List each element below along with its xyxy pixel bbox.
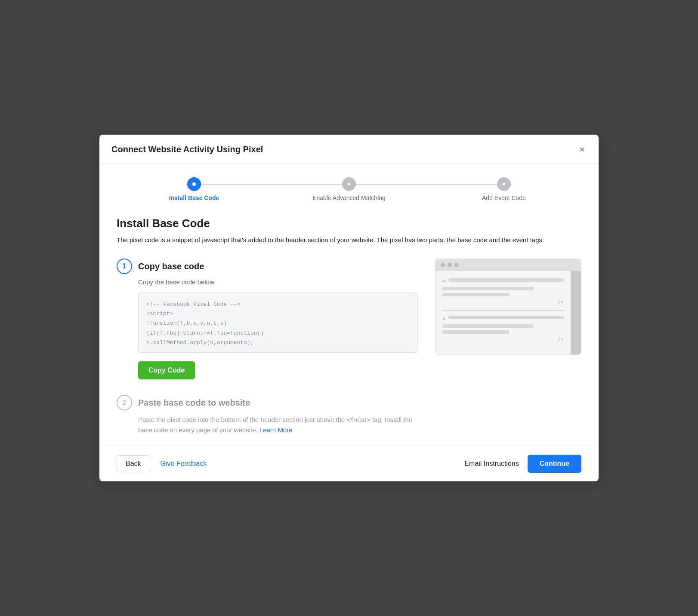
modal-title: Connect Website Activity Using Pixel: [111, 145, 263, 154]
step-circle-3: [497, 177, 511, 191]
step2-heading: Paste base code to website: [138, 398, 250, 408]
svg-point-1: [192, 182, 196, 186]
code-snippet: <!-- Facebook Pixel Code --> <script> !f…: [138, 293, 418, 353]
illus-section-2: < />: [442, 315, 564, 342]
modal-body: Install Base Code Enable Advanced Matchi…: [99, 163, 599, 446]
step2-header-row: 2 Paste base code to website: [117, 395, 418, 410]
back-button[interactable]: Back: [117, 455, 150, 472]
illus-main: < /> <: [435, 271, 571, 354]
code-line-1: <!-- Facebook Pixel Code -->: [146, 300, 410, 309]
step-circle-1: [187, 177, 201, 191]
step1-check-icon: [191, 181, 198, 188]
code-line-4: {if(f.fbq)return;n=f.fbq=function(): [146, 329, 410, 338]
step-right-column: < /> <: [435, 259, 581, 355]
step2-number: 2: [117, 395, 132, 410]
illus-dot-2: [448, 263, 452, 267]
copy-code-button[interactable]: Copy Code: [138, 361, 195, 379]
illus-tag-2: />: [442, 336, 564, 342]
svg-point-3: [348, 183, 350, 185]
code-line-3: !function(f,b,e,v,n,t,s): [146, 319, 410, 328]
illus-dot-3: [454, 263, 459, 267]
step3-dot-icon: [500, 181, 507, 188]
steps-row: 1 Copy base code Copy the base code belo…: [117, 259, 581, 435]
email-instructions-button[interactable]: Email Instructions: [464, 460, 519, 468]
footer-right: Email Instructions Continue: [464, 455, 581, 473]
step-left-column: 1 Copy base code Copy the base code belo…: [117, 259, 418, 435]
modal-overlay: Connect Website Activity Using Pixel × I…: [0, 0, 698, 616]
illus-sidebar: [571, 271, 581, 354]
code-line-5: n.callMethod.apply(n,arguments);: [146, 338, 410, 348]
step-item-2: Enable Advanced Matching: [272, 177, 426, 201]
close-button[interactable]: ×: [578, 143, 587, 156]
stepper: Install Base Code Enable Advanced Matchi…: [117, 177, 581, 201]
step-label-2: Enable Advanced Matching: [312, 194, 386, 201]
svg-point-5: [503, 183, 505, 185]
give-feedback-button[interactable]: Give Feedback: [161, 460, 207, 468]
modal-header: Connect Website Activity Using Pixel ×: [99, 135, 599, 163]
step1-block: 1 Copy base code Copy the base code belo…: [117, 259, 418, 379]
illus-section-1: < />: [442, 278, 564, 305]
illus-dot-1: [441, 263, 445, 267]
illus-line-4: [448, 316, 564, 319]
step2-desc: Paste the pixel code into the bottom of …: [138, 415, 418, 435]
code-line-2: <script>: [146, 309, 410, 319]
section-desc: The pixel code is a snippet of javascrip…: [117, 235, 581, 245]
code-illustration: < /> <: [435, 259, 581, 355]
step-label-1: Install Base Code: [169, 194, 219, 201]
illus-body: < /> <: [435, 271, 581, 354]
illus-divider: [442, 310, 564, 311]
illus-line-5: [442, 324, 534, 328]
illus-line-3: [442, 293, 509, 296]
modal-footer: Back Give Feedback Email Instructions Co…: [99, 446, 599, 481]
step-item-1: Install Base Code: [117, 177, 272, 201]
step1-sub: Copy the base code below.: [138, 278, 418, 286]
illus-titlebar: [435, 259, 581, 271]
illus-line-1: [448, 278, 564, 282]
step-label-3: Add Event Code: [482, 194, 526, 201]
step1-heading: Copy base code: [138, 262, 204, 271]
illus-tag-1: />: [442, 299, 564, 305]
illus-line-2: [442, 287, 534, 290]
step2-block: 2 Paste base code to website Paste the p…: [117, 395, 418, 435]
footer-left: Back Give Feedback: [117, 455, 207, 472]
illus-line-6: [442, 330, 509, 334]
continue-button[interactable]: Continue: [528, 455, 581, 473]
step1-number: 1: [117, 259, 132, 274]
step2-dot-icon: [346, 181, 352, 188]
step1-header-row: 1 Copy base code: [117, 259, 418, 274]
section-title: Install Base Code: [117, 217, 581, 230]
step-item-3: Add Event Code: [426, 177, 581, 201]
learn-more-link[interactable]: Learn More: [259, 426, 293, 434]
step-circle-2: [342, 177, 356, 191]
modal-container: Connect Website Activity Using Pixel × I…: [99, 135, 599, 482]
